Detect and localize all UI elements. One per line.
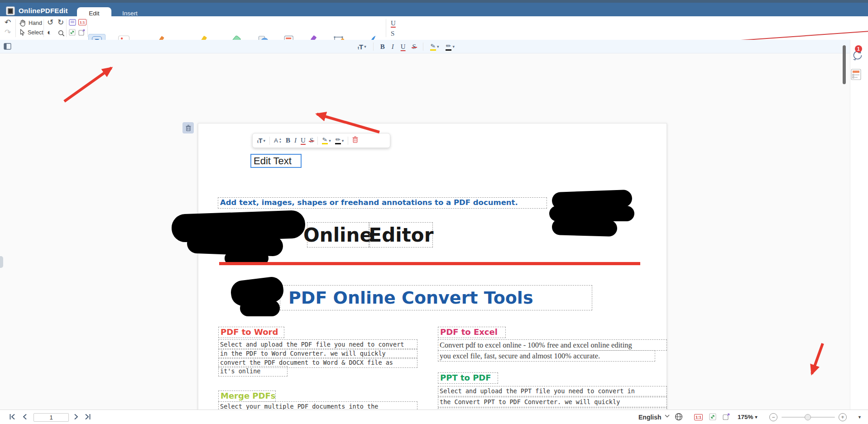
zoom-out-button[interactable]: − <box>769 413 777 421</box>
last-page-button[interactable] <box>84 414 91 420</box>
rotate-right-button[interactable]: ↻ <box>58 19 64 26</box>
doc-text-line[interactable]: the Convert PPT to PDF Converter. we wil… <box>438 397 667 407</box>
zoom-in-button[interactable]: + <box>839 413 847 421</box>
section-title[interactable]: PDF to Excel <box>438 327 506 338</box>
trash-icon <box>186 125 191 131</box>
doc-text-line[interactable]: Select and upload the PPT file you need … <box>438 386 667 396</box>
contrast-button[interactable]: ◐ <box>47 29 52 36</box>
toolbar-separator <box>386 19 386 37</box>
doc-text-line[interactable]: Convert pdf to excel online - 100% free … <box>438 339 667 351</box>
expand-icon <box>709 413 716 420</box>
delete-text-button[interactable] <box>352 136 358 145</box>
comment-card-icon <box>851 69 861 80</box>
red-divider-line <box>219 262 640 265</box>
underline-button[interactable]: U <box>301 137 306 144</box>
language-label[interactable]: English <box>638 414 662 421</box>
fill-color-button[interactable]: ✎▾ <box>335 137 344 144</box>
actual-size-button[interactable]: 1:1 <box>694 414 703 420</box>
scroll-down-arrow[interactable]: ▼ <box>858 415 862 419</box>
doc-text-line[interactable]: you excel file, fast, secure and almost … <box>438 350 655 362</box>
app-logo-icon <box>6 6 15 15</box>
doc-text-line[interactable]: it's online <box>218 366 288 376</box>
format-bar: tT▾ B I U S ✎ ▾ ✎ ▾ <box>0 40 850 53</box>
section-title[interactable]: PPT to PDF <box>438 372 498 384</box>
rotate-left-button[interactable]: ↺ <box>47 19 53 26</box>
chevron-down-icon: ▾ <box>437 44 439 49</box>
delete-annotation-button[interactable] <box>182 122 194 133</box>
italic-button[interactable]: I <box>392 43 394 50</box>
step-down-icon: ▼ <box>279 141 282 144</box>
text-edit-field[interactable]: Edit Text <box>250 154 302 168</box>
one-to-one-icon: 1:1 <box>695 415 701 419</box>
section-title[interactable]: PDF to Word <box>218 327 284 338</box>
chevron-down-icon: ▾ <box>755 414 758 419</box>
chevron-down-icon: ▾ <box>364 44 366 49</box>
strikethrough-button[interactable]: S <box>412 43 416 50</box>
page-number-input[interactable] <box>34 413 69 422</box>
fill-color-button[interactable]: ✎ ▾ <box>446 43 455 51</box>
zoom-slider-thumb[interactable] <box>805 414 811 420</box>
highlight-color-button[interactable]: ✎ ▾ <box>430 43 439 51</box>
font-size-button[interactable]: tT▾ <box>358 43 366 51</box>
highlight-pen-icon: ✎ <box>322 137 328 144</box>
redaction-scribble <box>552 219 618 237</box>
strikethrough-button[interactable]: S <box>310 137 313 144</box>
strikethrough-quick-button[interactable]: S <box>391 30 868 37</box>
globe-icon <box>675 413 683 421</box>
hand-icon <box>19 19 26 27</box>
globe-button[interactable] <box>675 413 683 421</box>
zoom-search-button[interactable] <box>58 30 65 38</box>
main-toolbar: ↶ ↷ Hand Select ↺ ↻ ◐ 1:1 <box>0 16 868 40</box>
fit-expand-button[interactable] <box>69 29 76 38</box>
hand-label: Hand <box>29 20 42 26</box>
toolbar-separator <box>15 19 16 37</box>
select-tool[interactable]: Select <box>19 29 43 36</box>
hand-tool[interactable]: Hand <box>19 19 42 27</box>
section-title[interactable]: Merge PDFs <box>218 391 276 402</box>
doc-title-word-online[interactable]: Online <box>307 222 369 248</box>
bold-button[interactable]: B <box>380 43 385 50</box>
underline-button[interactable]: U <box>401 43 406 50</box>
one-to-one-icon: 1:1 <box>80 20 85 24</box>
fit-page-button[interactable] <box>723 413 730 420</box>
actual-size-button[interactable]: 1:1 <box>78 19 86 25</box>
font-step-control[interactable]: A▲▼ <box>274 137 282 144</box>
toolbar-separator <box>87 19 88 37</box>
doc-intro-text[interactable]: Add text, images, shapes or freehand ann… <box>218 197 547 209</box>
underline-quick-button[interactable]: U <box>391 20 396 27</box>
language-dropdown[interactable] <box>665 414 670 418</box>
step-up-icon: ▲ <box>279 138 282 141</box>
next-page-button[interactable] <box>74 414 78 420</box>
page-icon <box>69 19 76 26</box>
editor-canvas: Add text, images, shapes or freehand ann… <box>0 53 850 410</box>
status-bar: English 1:1 175%▾ − + ▼ <box>0 410 868 424</box>
zoom-level-select[interactable]: 175%▾ <box>738 414 758 420</box>
fit-shrink-button[interactable] <box>78 29 85 38</box>
doc-title-word-editor[interactable]: Editor <box>369 222 433 248</box>
bold-button[interactable]: B <box>286 137 290 144</box>
fit-width-button[interactable] <box>709 413 716 420</box>
font-size-button[interactable]: tT▾ <box>257 137 265 144</box>
redaction-scribble <box>240 300 280 316</box>
vertical-scrollbar[interactable] <box>843 45 846 84</box>
shrink-icon <box>78 29 85 36</box>
highlight-color-button[interactable]: ✎▾ <box>322 137 331 144</box>
rotate-right-icon: ↻ <box>58 18 64 27</box>
right-panel <box>850 40 868 410</box>
magnifier-icon <box>58 30 65 37</box>
page-view-button[interactable] <box>69 19 76 28</box>
toolbar-separator <box>66 19 67 37</box>
undo-button[interactable]: ↶ <box>5 19 11 27</box>
toolbar-separator <box>43 19 44 37</box>
chevron-down-icon: ▾ <box>329 138 331 143</box>
italic-button[interactable]: I <box>294 137 297 144</box>
chevron-down-icon: ▾ <box>342 138 344 143</box>
prev-page-button[interactable] <box>23 414 27 420</box>
first-page-button[interactable] <box>9 414 16 420</box>
cursor-icon <box>19 29 25 36</box>
redo-button[interactable]: ↷ <box>5 29 11 37</box>
comment-card-button[interactable] <box>851 69 861 82</box>
doc-convert-heading[interactable]: PDF Online Convert Tools <box>280 285 592 310</box>
expand-icon <box>69 29 76 36</box>
sidebar-toggle-button[interactable] <box>4 43 11 52</box>
